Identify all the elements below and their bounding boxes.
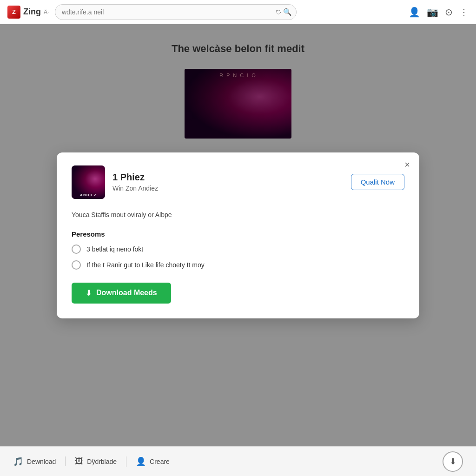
modal-thumb-inner: ANDIEZ	[72, 165, 105, 199]
download-btn-label: Download Meeds	[96, 289, 157, 297]
logo-suffix: Ä·	[44, 9, 49, 15]
download-bottom-icon: 🎵	[13, 456, 23, 467]
logo[interactable]: Z Zing Ä·	[7, 6, 49, 19]
search-icon[interactable]: 🔍	[283, 8, 292, 16]
creare-label: Creare	[150, 458, 170, 465]
modal-options: 3 betlat iq neno fokt If the t Ranir gut…	[72, 245, 404, 270]
nav-actions: 👤 📷 ⊙ ⋮	[409, 7, 469, 18]
modal-option-1[interactable]: 3 betlat iq neno fokt	[72, 245, 404, 254]
more-icon[interactable]: ⋮	[459, 7, 469, 18]
search-container: 🛡 🔍	[55, 4, 297, 20]
radio-1[interactable]	[72, 245, 81, 254]
modal-header-left: ANDIEZ 1 Phiez Win Zon Andiez	[72, 165, 158, 199]
user-bottom-icon: 👤	[136, 456, 146, 467]
search-input[interactable]	[55, 4, 297, 20]
option-1-text: 3 betlat iq neno fokt	[86, 245, 143, 253]
bottom-bar: 🎵 Dewnload 🖼 Dÿdrblade 👤 Creare ⬇	[0, 446, 476, 476]
quality-button[interactable]: Qualit Nöw	[351, 174, 404, 190]
option-2-text: If the t Ranir gut to Like life choety I…	[86, 261, 205, 269]
account-icon[interactable]: ⊙	[445, 7, 453, 18]
main-content: The welcàse belon fit medit R P N C I O …	[0, 24, 476, 446]
bottom-circle-button[interactable]: ⬇	[443, 451, 463, 472]
bottom-item-creare[interactable]: 👤 Creare	[126, 456, 179, 467]
radio-2[interactable]	[72, 260, 81, 270]
download-bottom-label: Dewnload	[27, 458, 56, 465]
bottom-item-dyrdrblade[interactable]: 🖼 Dÿdrblade	[65, 456, 126, 466]
bottom-right: ⬇	[443, 451, 463, 472]
modal-description: Youca Staffis mout oviraly or Albpe	[72, 210, 404, 220]
modal-thumbnail: ANDIEZ	[72, 165, 105, 199]
modal-option-2[interactable]: If the t Ranir gut to Like life choety I…	[72, 260, 404, 270]
navbar: Z Zing Ä· 🛡 🔍 👤 📷 ⊙ ⋮	[0, 0, 476, 24]
modal-dialog: × ANDIEZ 1 Phiez Win Zon Andiez Qualit N…	[57, 152, 419, 318]
profile-icon[interactable]: 👤	[409, 7, 420, 18]
shield-icon: 🛡	[276, 8, 282, 15]
download-button[interactable]: ⬇ Download Meeds	[72, 283, 171, 304]
logo-text: Zing	[23, 7, 41, 17]
modal-title: 1 Phiez	[112, 172, 158, 183]
modal-title-group: 1 Phiez Win Zon Andiez	[112, 172, 158, 192]
modal-close-button[interactable]: ×	[404, 160, 410, 169]
camera-icon[interactable]: 📷	[427, 7, 438, 18]
bottom-item-download[interactable]: 🎵 Dewnload	[13, 456, 65, 467]
logo-icon: Z	[7, 6, 20, 19]
image-bottom-icon: 🖼	[75, 456, 83, 466]
modal-header: ANDIEZ 1 Phiez Win Zon Andiez Qualit Nöw	[72, 165, 404, 199]
dyrdrblade-label: Dÿdrblade	[87, 458, 117, 465]
modal-section-title: Peresoms	[72, 230, 404, 238]
modal-thumb-label: ANDIEZ	[80, 193, 97, 197]
modal-subtitle: Win Zon Andiez	[112, 185, 158, 192]
modal-overlay: × ANDIEZ 1 Phiez Win Zon Andiez Qualit N…	[0, 24, 476, 446]
download-arrow-icon: ⬇	[86, 289, 92, 298]
